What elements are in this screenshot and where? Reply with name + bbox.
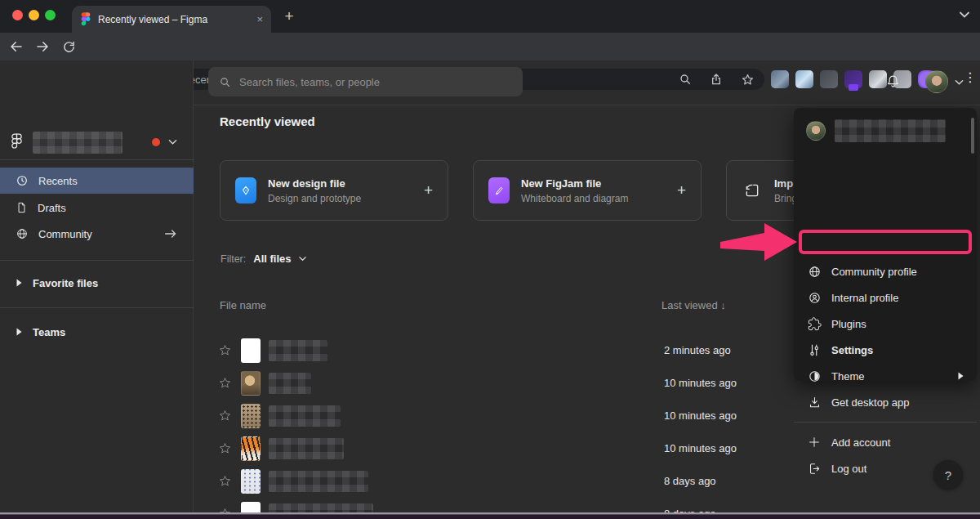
extension-icon[interactable] — [844, 70, 862, 88]
draft-file-icon — [16, 201, 28, 214]
extension-icon[interactable] — [820, 70, 838, 88]
plugin-icon — [807, 317, 822, 331]
file-name-redacted — [269, 503, 373, 512]
account-chevron-down-icon[interactable] — [955, 79, 964, 86]
user-avatar[interactable] — [925, 70, 948, 93]
menu-item-settings[interactable]: Settings — [794, 337, 977, 363]
browser-menu-icon[interactable]: ⋮ — [964, 69, 977, 85]
section-label: Teams — [33, 326, 65, 338]
card-title: New design file — [268, 177, 361, 190]
menu-item-log-out[interactable]: Log out — [794, 455, 977, 481]
globe-icon — [16, 227, 29, 240]
file-thumbnail — [241, 371, 261, 396]
sidebar-item-drafts[interactable]: Drafts — [0, 195, 194, 221]
extensions-row — [771, 70, 936, 88]
search-input[interactable] — [239, 76, 512, 88]
bookmark-star-icon[interactable] — [741, 73, 755, 87]
menu-item-add-account[interactable]: Add account — [794, 429, 977, 455]
window-zoom-button[interactable] — [45, 10, 56, 20]
tab-search-chevron-icon[interactable] — [959, 11, 970, 19]
extension-icon[interactable] — [869, 70, 887, 88]
sidebar-item-community[interactable]: Community — [0, 221, 194, 247]
menu-item-label: Internal profile — [831, 292, 898, 304]
menu-item-get-desktop-app[interactable]: Get desktop app — [794, 389, 977, 415]
person-circle-icon — [807, 291, 822, 305]
plus-icon — [807, 436, 822, 449]
settings-highlight-box — [799, 230, 972, 254]
last-viewed-label: Last viewed — [662, 299, 718, 311]
new-design-file-card[interactable]: New design file Design and prototype + — [220, 160, 448, 221]
tab-close-icon[interactable]: × — [256, 14, 263, 25]
favorite-star-icon[interactable] — [218, 507, 232, 512]
sidebar-item-label: Community — [38, 228, 92, 240]
menu-item-internal-profile[interactable]: Internal profile — [794, 284, 977, 311]
menu-user-name-redacted — [835, 119, 946, 142]
menu-item-label: Get desktop app — [831, 396, 909, 409]
favorite-star-icon[interactable] — [218, 343, 232, 357]
file-name-redacted — [269, 340, 327, 361]
card-subtitle: Design and prototype — [268, 193, 361, 204]
reload-button[interactable] — [59, 37, 78, 56]
caret-right-icon — [16, 328, 22, 336]
favorite-star-icon[interactable] — [218, 474, 232, 488]
file-search-bar[interactable] — [208, 67, 523, 96]
file-thumbnail — [241, 469, 261, 494]
logout-icon — [807, 462, 822, 476]
browser-toolbar: figma.com/files/recent?fuid ⋮ — [0, 33, 980, 60]
omnibox-search-icon[interactable] — [679, 73, 692, 86]
figma-favicon-icon — [80, 11, 91, 28]
org-chevron-down-icon[interactable] — [168, 139, 177, 145]
menu-item-plugins[interactable]: Plugins — [794, 311, 977, 337]
menu-item-label: Theme — [831, 370, 864, 383]
window-close-button[interactable] — [12, 10, 23, 20]
last-viewed-time: 10 minutes ago — [664, 442, 737, 454]
sidebar-section-teams[interactable]: Teams — [0, 319, 194, 345]
sidebar-item-recents[interactable]: Recents — [0, 168, 194, 194]
clock-icon — [16, 174, 29, 187]
filter-dropdown[interactable]: All files — [253, 253, 291, 265]
last-viewed-time: 10 minutes ago — [664, 377, 737, 389]
chevron-down-icon[interactable] — [299, 256, 306, 262]
file-row[interactable]: 8 days ago — [194, 498, 980, 512]
new-tab-button[interactable]: + — [279, 7, 299, 26]
figjam-file-icon — [488, 177, 510, 204]
back-button[interactable] — [7, 37, 26, 56]
file-thumbnail — [241, 436, 261, 461]
plus-icon[interactable]: + — [424, 181, 433, 199]
browser-tab[interactable]: Recently viewed – Figma × — [72, 6, 271, 33]
menu-item-theme[interactable]: Theme — [794, 363, 977, 389]
plus-icon[interactable]: + — [677, 181, 686, 199]
column-header-last-viewed[interactable]: Last viewed ↓ — [662, 299, 726, 311]
window-minimize-button[interactable] — [29, 10, 39, 20]
section-label: Favorite files — [33, 277, 98, 289]
file-name-redacted — [269, 373, 311, 394]
favorite-star-icon[interactable] — [218, 441, 232, 455]
file-thumbnail — [241, 404, 261, 428]
share-icon[interactable] — [710, 73, 723, 86]
extension-icon[interactable] — [771, 70, 789, 88]
extension-icon[interactable] — [795, 70, 813, 88]
menu-item-community-profile[interactable]: Community profile — [794, 258, 977, 284]
sort-descending-icon: ↓ — [720, 299, 726, 311]
sidebar-section-favorite-files[interactable]: Favorite files — [0, 270, 194, 296]
favorite-star-icon[interactable] — [218, 376, 232, 390]
window-bottom-edge — [0, 512, 980, 519]
menu-item-label: Community profile — [831, 266, 917, 278]
search-icon — [219, 76, 231, 88]
sidebar-divider — [0, 307, 194, 308]
forward-button[interactable] — [33, 37, 52, 56]
file-name-redacted — [269, 405, 341, 427]
menu-divider — [794, 422, 977, 423]
last-viewed-time: 2 minutes ago — [664, 344, 731, 356]
favorite-star-icon[interactable] — [218, 409, 232, 423]
caret-right-icon — [16, 279, 22, 287]
new-figjam-file-card[interactable]: New FigJam file Whiteboard and diagram + — [473, 160, 702, 221]
menu-item-label: Add account — [831, 436, 890, 449]
import-icon — [742, 182, 763, 199]
notification-dot — [152, 138, 160, 146]
menu-scrollbar[interactable] — [971, 118, 974, 154]
notifications-bell-icon[interactable] — [885, 73, 901, 90]
design-file-icon — [235, 177, 256, 204]
file-thumbnail — [241, 338, 261, 363]
column-header-file-name[interactable]: File name — [220, 299, 266, 311]
